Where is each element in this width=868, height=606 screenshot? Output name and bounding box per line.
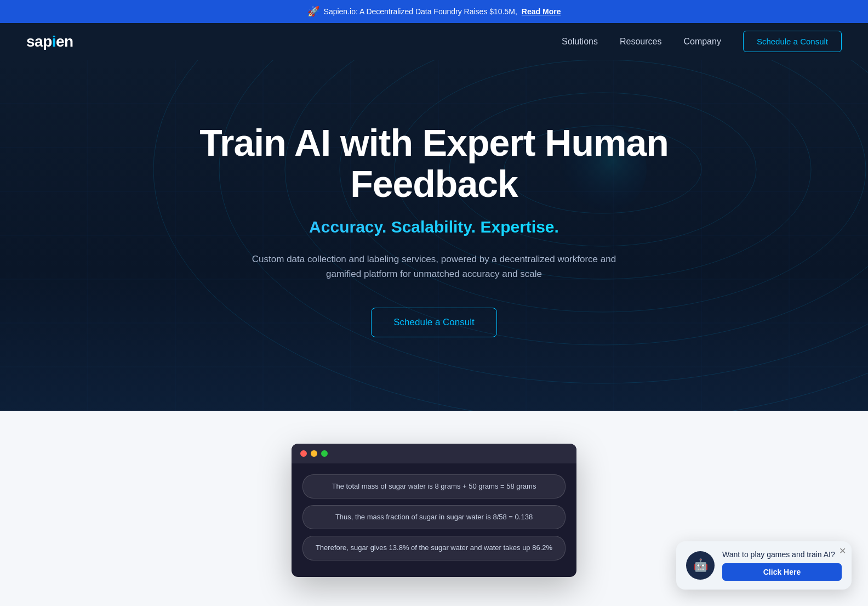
chat-message: Want to play games and train AI?	[722, 550, 842, 559]
chat-widget: 🤖 Want to play games and train AI? Click…	[676, 541, 852, 590]
hero-content: Train AI with Expert Human Feedback Accu…	[187, 122, 681, 337]
app-line-3: Therefore, sugar gives 13.8% of the suga…	[302, 536, 566, 560]
logo-dot: i	[52, 33, 56, 50]
logo-text-after: en	[56, 33, 73, 50]
nav-cta-button[interactable]: Schedule a Consult	[743, 31, 842, 52]
hero-heading: Train AI with Expert Human Feedback	[187, 122, 681, 205]
chat-avatar-icon: 🤖	[693, 558, 708, 573]
announcement-bar: 🚀 Sapien.io: A Decentralized Data Foundr…	[0, 0, 868, 23]
hero-subtitle: Accuracy. Scalability. Expertise.	[187, 218, 681, 236]
announcement-text: Sapien.io: A Decentralized Data Foundry …	[324, 7, 517, 16]
chat-avatar: 🤖	[686, 551, 715, 580]
chat-text-area: Want to play games and train AI? Click H…	[722, 550, 842, 581]
announcement-link[interactable]: Read More	[522, 7, 561, 16]
nav-resources[interactable]: Resources	[620, 37, 661, 47]
logo-text-before: sap	[26, 33, 52, 50]
chat-close-button[interactable]: ✕	[839, 546, 846, 556]
hero-cta-button[interactable]: Schedule a Consult	[371, 308, 496, 337]
rocket-icon: 🚀	[307, 5, 319, 18]
hero-description: Custom data collection and labeling serv…	[237, 252, 631, 281]
navbar: sapien Solutions Resources Company Sched…	[0, 23, 868, 60]
nav-company[interactable]: Company	[683, 37, 721, 47]
app-line-2: Thus, the mass fraction of sugar in suga…	[302, 505, 566, 529]
app-window-body: The total mass of sugar water is 8 grams…	[292, 463, 576, 577]
window-close-dot	[300, 450, 307, 457]
chat-cta-button[interactable]: Click Here	[722, 563, 842, 581]
nav-solutions[interactable]: Solutions	[562, 37, 598, 47]
nav-links: Solutions Resources Company Schedule a C…	[562, 31, 842, 52]
logo[interactable]: sapien	[26, 33, 73, 50]
app-line-1: The total mass of sugar water is 8 grams…	[302, 474, 566, 499]
hero-section: Train AI with Expert Human Feedback Accu…	[0, 60, 868, 411]
window-minimize-dot	[311, 450, 317, 457]
app-window: The total mass of sugar water is 8 grams…	[292, 444, 576, 577]
window-maximize-dot	[321, 450, 328, 457]
app-window-titlebar	[292, 444, 576, 463]
